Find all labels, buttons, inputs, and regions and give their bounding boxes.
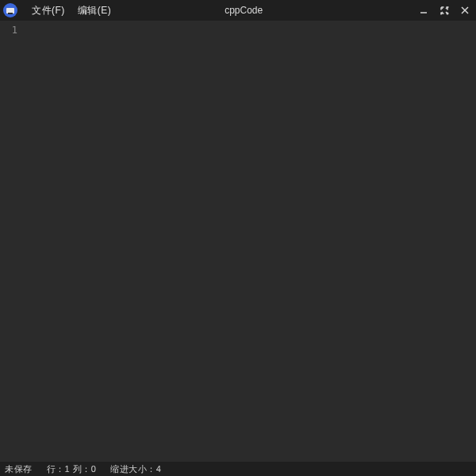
status-cursor-position: 行：1 列：0 <box>47 463 97 475</box>
status-indent-size: 缩进大小：4 <box>110 463 161 475</box>
close-button[interactable] <box>459 4 471 17</box>
line-gutter: 1 <box>0 21 22 462</box>
window-title: cppCode <box>70 5 417 16</box>
editor-area: 1 <box>0 21 476 462</box>
status-bar: 未保存 行：1 列：0 缩进大小：4 <box>0 462 476 476</box>
titlebar: 文件(F) 编辑(E) cppCode <box>0 0 476 21</box>
status-save-state: 未保存 <box>5 463 33 475</box>
menu-file[interactable]: 文件(F) <box>25 2 71 20</box>
code-textarea[interactable] <box>22 21 476 462</box>
app-icon[interactable] <box>3 3 17 17</box>
minimize-icon <box>419 6 428 15</box>
minimize-button[interactable] <box>417 4 430 17</box>
line-number: 1 <box>0 24 17 36</box>
maximize-icon <box>440 6 449 15</box>
editor-window: 文件(F) 编辑(E) cppCode 1 未保存 行：1 列：0 缩进大小：4 <box>0 0 476 476</box>
maximize-button[interactable] <box>438 4 451 17</box>
window-controls <box>417 4 471 17</box>
close-icon <box>460 6 470 15</box>
